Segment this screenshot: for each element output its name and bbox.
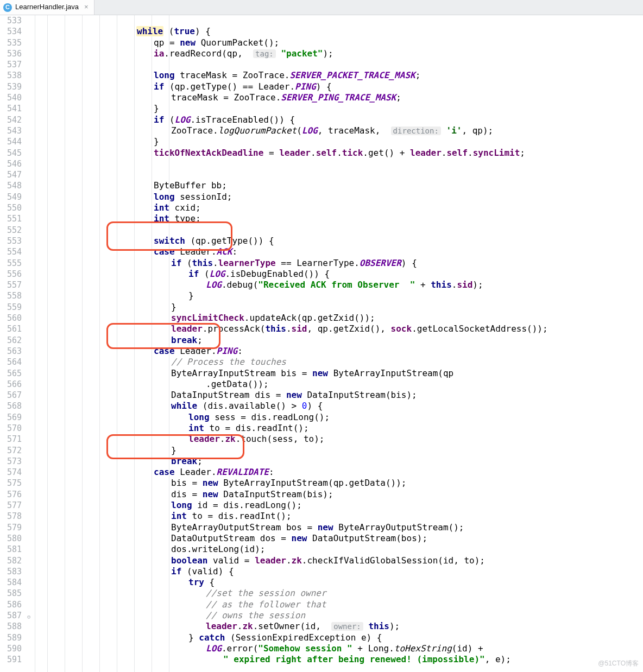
line-number: 576	[0, 489, 22, 500]
code-line[interactable]: if (LOG.isTraceEnabled()) {	[35, 115, 643, 125]
code-line[interactable]: if (valid) {	[35, 566, 643, 577]
code-line[interactable]: case Leader.ACK:	[35, 246, 643, 257]
code-line[interactable]: tickOfNextAckDeadline = leader.self.tick…	[35, 148, 643, 159]
code-line[interactable]	[35, 59, 643, 70]
line-number: 555	[0, 258, 22, 269]
code-line[interactable]: ZooTrace.logQuorumPacket(LOG, traceMask,…	[35, 125, 643, 136]
line-number: 572	[0, 445, 22, 456]
code-line[interactable]: int type;	[35, 213, 643, 224]
code-line[interactable]: traceMask = ZooTrace.SERVER_PING_TRACE_M…	[35, 92, 643, 103]
line-number: 546	[0, 159, 22, 169]
code-line[interactable]	[35, 159, 643, 169]
code-line[interactable]: LOG.debug("Received ACK from Observer " …	[35, 280, 643, 290]
code-line[interactable]: int cxid;	[35, 202, 643, 213]
line-number: 545	[0, 148, 22, 159]
line-number: 552	[0, 225, 22, 236]
code-line[interactable]: }	[35, 103, 643, 114]
editor[interactable]: 5335345355365375385395405415425435445455…	[0, 15, 643, 672]
code-line[interactable]	[35, 225, 643, 236]
code-line[interactable]: int to = dis.readInt();	[35, 423, 643, 434]
code-line[interactable]: leader.zk.touch(sess, to);	[35, 434, 643, 445]
line-number: 568	[0, 401, 22, 411]
code-line[interactable]: DataOutputStream dos = new DataOutputStr…	[35, 533, 643, 544]
code-line[interactable]: ByteBuffer bb;	[35, 180, 643, 191]
line-number: 549	[0, 192, 22, 202]
code-line[interactable]: ia.readRecord(qp, tag: "packet");	[35, 48, 643, 59]
code-line[interactable]: int to = dis.readInt();	[35, 511, 643, 522]
code-line[interactable]: }	[35, 445, 643, 456]
code-line[interactable]: case Leader.REVALIDATE:	[35, 467, 643, 478]
code-line[interactable]: // as the follower that	[35, 599, 643, 610]
line-number: 581	[0, 544, 22, 555]
code-line[interactable]: long sess = dis.readLong();	[35, 412, 643, 423]
code-line[interactable]: if (LOG.isDebugEnabled()) {	[35, 269, 643, 280]
code-line[interactable]: syncLimitCheck.updateAck(qp.getZxid());	[35, 313, 643, 324]
line-number: 553	[0, 236, 22, 246]
code-line[interactable]: leader.processAck(this.sid, qp.getZxid()…	[35, 324, 643, 334]
line-number: 584	[0, 577, 22, 588]
code-line[interactable]: DataInputStream dis = new DataInputStrea…	[35, 390, 643, 401]
line-number: 577	[0, 500, 22, 511]
line-number: 548	[0, 180, 22, 191]
code-line[interactable]: }	[35, 136, 643, 147]
code-line[interactable]: bis = new ByteArrayInputStream(qp.getDat…	[35, 478, 643, 489]
close-icon[interactable]: ×	[84, 2, 89, 12]
code-line[interactable]: boolean valid = leader.zk.checkIfValidGl…	[35, 555, 643, 566]
code-line[interactable]: //set the session owner	[35, 588, 643, 599]
code-line[interactable]: try {	[35, 577, 643, 588]
code-line[interactable]: ByteArrayOutputStream bos = new ByteArra…	[35, 522, 643, 533]
line-number: 570	[0, 423, 22, 434]
fold-toggle-icon[interactable]: ⊖	[27, 612, 31, 623]
code-line[interactable]: break;	[35, 335, 643, 346]
code-line[interactable]: ByteArrayInputStream bis = new ByteArray…	[35, 368, 643, 379]
code-line[interactable]: // owns the session	[35, 610, 643, 621]
code-line[interactable]: dos.writeLong(id);	[35, 544, 643, 555]
code-line[interactable]	[35, 169, 643, 180]
line-number: 537	[0, 59, 22, 70]
code-line[interactable]: if (qp.getType() == Leader.PING) {	[35, 81, 643, 92]
line-number: 588	[0, 621, 22, 632]
code-line[interactable]: " expired right after being renewed! (im…	[35, 654, 643, 665]
line-number: 590	[0, 643, 22, 654]
code-line[interactable]: .getData());	[35, 379, 643, 390]
line-number: 535	[0, 37, 22, 48]
code-line[interactable]: while (dis.available() > 0) {	[35, 401, 643, 411]
code-line[interactable]: // Process the touches	[35, 357, 643, 367]
line-number: 538	[0, 70, 22, 81]
code-line[interactable]: while (true) {	[35, 26, 643, 37]
code-line[interactable]	[35, 15, 643, 26]
code-line[interactable]: }	[35, 290, 643, 301]
line-number: 561	[0, 324, 22, 334]
line-number: 536	[0, 48, 22, 59]
line-number: 589	[0, 632, 22, 643]
code-line[interactable]: long sessionId;	[35, 192, 643, 202]
java-class-icon: C	[3, 3, 12, 12]
code-line[interactable]: switch (qp.getType()) {	[35, 236, 643, 246]
code-line[interactable]: }	[35, 302, 643, 313]
line-number: 540	[0, 92, 22, 103]
code-line[interactable]: qp = new QuorumPacket();	[35, 37, 643, 48]
code-line[interactable]: dis = new DataInputStream(bis);	[35, 489, 643, 500]
editor-tab[interactable]: C LearnerHandler.java ×	[0, 0, 94, 15]
code-area[interactable]: while (true) {qp = new QuorumPacket();ia…	[35, 15, 643, 672]
code-line[interactable]: break;	[35, 456, 643, 467]
line-number: 554	[0, 246, 22, 257]
code-line[interactable]: long id = dis.readLong();	[35, 500, 643, 511]
code-line[interactable]: if (this.learnerType == LearnerType.OBSE…	[35, 258, 643, 269]
line-number: 571	[0, 434, 22, 445]
line-number: 562	[0, 335, 22, 346]
line-number: 583	[0, 566, 22, 577]
line-number: 565	[0, 368, 22, 379]
code-line[interactable]: case Leader.PING:	[35, 346, 643, 357]
line-number: 557	[0, 280, 22, 290]
code-line[interactable]: leader.zk.setOwner(id, owner: this);	[35, 621, 643, 632]
line-number: 585	[0, 588, 22, 599]
line-number: 539	[0, 81, 22, 92]
line-number: 543	[0, 125, 22, 136]
line-number: 587	[0, 610, 22, 621]
tab-bar: C LearnerHandler.java ×	[0, 0, 643, 15]
code-line[interactable]: long traceMask = ZooTrace.SERVER_PACKET_…	[35, 70, 643, 81]
code-line[interactable]: } catch (SessionExpiredException e) {	[35, 632, 643, 643]
code-line[interactable]: LOG.error("Somehow session " + Long.toHe…	[35, 643, 643, 654]
line-number: 559	[0, 302, 22, 313]
